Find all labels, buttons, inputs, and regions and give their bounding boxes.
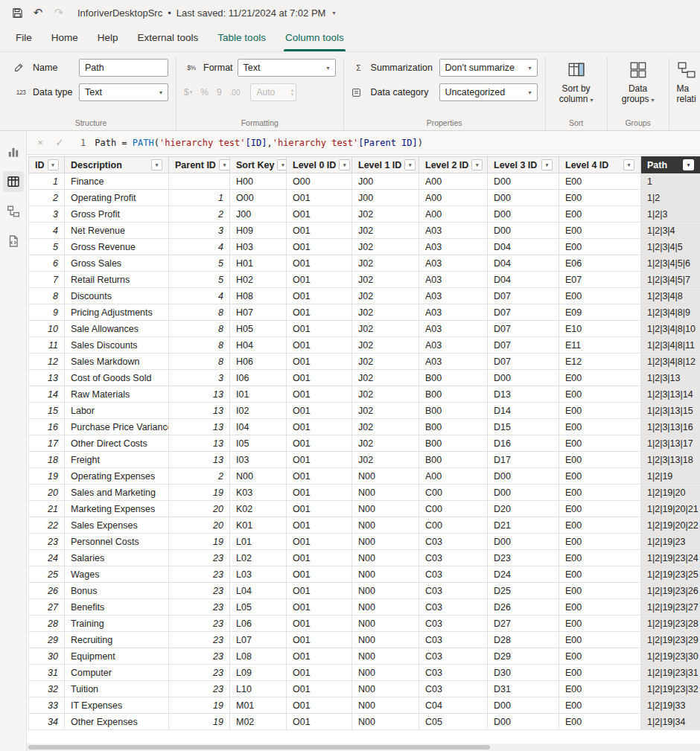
table-cell[interactable]: A03 bbox=[419, 321, 488, 337]
table-cell[interactable]: D04 bbox=[488, 239, 559, 255]
table-cell[interactable]: Operating Profit bbox=[65, 190, 169, 206]
table-cell[interactable]: D00 bbox=[488, 468, 559, 485]
table-cell[interactable]: Benefits bbox=[65, 599, 169, 616]
table-cell[interactable]: O01 bbox=[287, 665, 352, 681]
table-cell[interactable]: O01 bbox=[287, 337, 352, 354]
data-view-button[interactable] bbox=[3, 171, 24, 192]
table-cell[interactable]: 6 bbox=[29, 255, 65, 272]
thousands-separator-button[interactable]: 9 bbox=[217, 87, 222, 98]
table-cell[interactable]: 20 bbox=[169, 517, 230, 534]
table-cell[interactable]: E00 bbox=[559, 714, 641, 730]
table-cell[interactable]: E00 bbox=[559, 517, 641, 534]
table-cell[interactable]: 1|2|3|4|8|10 bbox=[641, 321, 700, 337]
table-cell[interactable]: D07 bbox=[488, 304, 559, 321]
table-cell[interactable]: B00 bbox=[419, 403, 488, 419]
table-cell[interactable]: O01 bbox=[287, 648, 352, 665]
undo-button[interactable]: ↶ bbox=[28, 3, 48, 22]
column-dropdown-icon[interactable]: ▾ bbox=[683, 159, 694, 170]
table-cell[interactable]: E00 bbox=[559, 468, 641, 485]
table-cell[interactable]: C03 bbox=[419, 616, 488, 632]
table-cell[interactable]: 20 bbox=[169, 501, 230, 517]
table-cell[interactable]: N00 bbox=[352, 550, 419, 566]
table-cell[interactable]: 19 bbox=[169, 534, 230, 550]
table-cell[interactable]: 19 bbox=[169, 697, 230, 714]
table-cell[interactable]: I02 bbox=[230, 403, 287, 419]
table-cell[interactable]: D00 bbox=[488, 206, 559, 223]
table-cell[interactable]: B00 bbox=[419, 386, 488, 403]
table-cell[interactable]: 2 bbox=[169, 206, 230, 223]
table-cell[interactable]: 13 bbox=[169, 452, 230, 468]
column-header-level-3-id[interactable]: Level 3 ID▾ bbox=[488, 157, 559, 173]
table-cell[interactable]: 31 bbox=[29, 665, 65, 681]
table-cell[interactable]: D17 bbox=[488, 452, 559, 468]
table-cell[interactable]: E00 bbox=[559, 370, 641, 386]
table-cell[interactable]: J02 bbox=[352, 370, 419, 386]
table-cell[interactable]: L05 bbox=[230, 599, 287, 616]
table-cell[interactable]: O01 bbox=[287, 468, 352, 485]
table-cell[interactable]: N00 bbox=[352, 468, 419, 485]
table-cell[interactable]: Sales and Marketing bbox=[65, 485, 169, 501]
table-cell[interactable]: E00 bbox=[559, 501, 641, 517]
table-cell[interactable]: Net Revenue bbox=[65, 223, 169, 239]
table-cell[interactable]: 1|2|19|20|21 bbox=[641, 501, 700, 517]
table-cell[interactable]: 1|2|19|23 bbox=[641, 534, 700, 550]
table-cell[interactable]: C00 bbox=[419, 517, 488, 534]
table-cell[interactable]: J02 bbox=[352, 403, 419, 419]
format-select[interactable]: Text ▾ bbox=[238, 59, 336, 77]
table-cell[interactable]: C03 bbox=[419, 648, 488, 665]
table-cell[interactable]: 19 bbox=[29, 468, 65, 485]
table-cell[interactable]: 1|2|19|34 bbox=[641, 714, 700, 730]
table-cell[interactable]: O01 bbox=[287, 321, 352, 337]
table-cell[interactable]: Gross Profit bbox=[65, 206, 169, 223]
table-cell[interactable]: 13 bbox=[169, 386, 230, 403]
table-cell[interactable]: K02 bbox=[230, 501, 287, 517]
stepper-down-icon[interactable]: ▼ bbox=[290, 92, 295, 97]
table-cell[interactable]: J02 bbox=[352, 419, 419, 435]
table-cell[interactable]: Sales Discounts bbox=[65, 337, 169, 354]
table-cell[interactable]: J02 bbox=[352, 435, 419, 452]
table-cell[interactable]: O01 bbox=[287, 370, 352, 386]
table-cell[interactable]: N00 bbox=[352, 632, 419, 648]
table-cell[interactable]: J02 bbox=[352, 304, 419, 321]
table-cell[interactable]: 21 bbox=[29, 501, 65, 517]
tab-table-tools[interactable]: Table tools bbox=[208, 25, 276, 51]
table-cell[interactable]: Tuition bbox=[65, 681, 169, 697]
column-header-id[interactable]: ID▾ bbox=[29, 157, 65, 173]
table-cell[interactable]: O00 bbox=[230, 190, 287, 206]
table-cell[interactable]: D26 bbox=[488, 599, 559, 616]
table-cell[interactable]: 18 bbox=[29, 452, 65, 468]
table-cell[interactable]: I04 bbox=[230, 419, 287, 435]
table-cell[interactable]: O01 bbox=[287, 304, 352, 321]
table-cell[interactable]: 1|2|3|13|17 bbox=[641, 435, 700, 452]
table-cell[interactable]: D00 bbox=[488, 485, 559, 501]
table-cell[interactable]: 1|2|3|4|8|11 bbox=[641, 337, 700, 354]
table-cell[interactable]: A03 bbox=[419, 272, 488, 288]
table-cell[interactable]: 1|2|19 bbox=[641, 468, 700, 485]
table-cell[interactable]: O01 bbox=[287, 632, 352, 648]
table-cell[interactable]: 19 bbox=[169, 714, 230, 730]
table-cell[interactable]: B00 bbox=[419, 435, 488, 452]
table-cell[interactable]: O01 bbox=[287, 566, 352, 583]
table-cell[interactable]: 27 bbox=[29, 599, 65, 616]
table-cell[interactable]: J02 bbox=[352, 452, 419, 468]
table-cell[interactable]: O01 bbox=[287, 485, 352, 501]
table-cell[interactable]: D23 bbox=[488, 550, 559, 566]
table-cell[interactable]: Cost of Goods Sold bbox=[65, 370, 169, 386]
table-cell[interactable]: E00 bbox=[559, 403, 641, 419]
table-cell[interactable]: Computer bbox=[65, 665, 169, 681]
table-cell[interactable]: 11 bbox=[29, 337, 65, 354]
table-cell[interactable]: 23 bbox=[169, 566, 230, 583]
table-cell[interactable]: O01 bbox=[287, 386, 352, 403]
table-cell[interactable]: D14 bbox=[488, 403, 559, 419]
table-cell[interactable]: C00 bbox=[419, 501, 488, 517]
tab-file[interactable]: File bbox=[6, 25, 42, 51]
table-cell[interactable]: D00 bbox=[488, 714, 559, 730]
table-cell[interactable]: IT Expenses bbox=[65, 697, 169, 714]
table-cell[interactable]: E00 bbox=[559, 190, 641, 206]
table-cell[interactable]: E00 bbox=[559, 223, 641, 239]
tab-column-tools[interactable]: Column tools bbox=[276, 25, 354, 51]
table-cell[interactable]: 1|2|19|23|27 bbox=[641, 599, 700, 616]
table-cell[interactable]: B00 bbox=[419, 452, 488, 468]
table-cell[interactable]: E00 bbox=[559, 583, 641, 599]
table-cell[interactable]: 23 bbox=[169, 616, 230, 632]
